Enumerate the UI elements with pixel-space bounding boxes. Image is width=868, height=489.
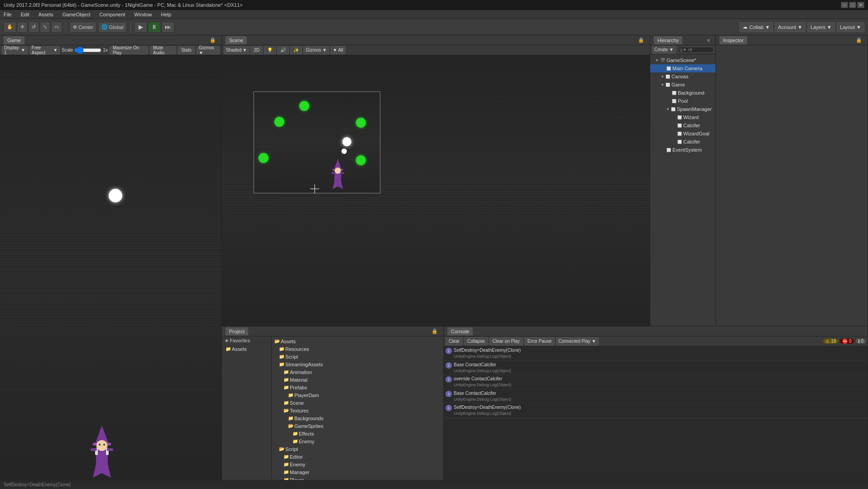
rect-tool[interactable]: ▭	[51, 22, 62, 33]
clear-on-play-button[interactable]: Clear on Play	[489, 337, 523, 345]
tree-item-0[interactable]: 📂 Assets	[272, 337, 443, 345]
display-dropdown[interactable]: Display 1 ▼	[2, 46, 28, 54]
shaded-dropdown[interactable]: Shaded ▼	[224, 46, 249, 54]
collapse-button[interactable]: Collapse	[464, 337, 488, 345]
minimize-button[interactable]: ─	[841, 2, 848, 8]
hierarchy-item-canvas[interactable]: ▼⬜ Canvas	[650, 72, 715, 81]
pause-button[interactable]: ⏸	[148, 22, 161, 33]
tree-item-3[interactable]: 📁 StreamingAssets	[272, 360, 443, 368]
scene-lock-button[interactable]: 🔒	[636, 36, 646, 44]
menu-help[interactable]: Help	[159, 11, 173, 18]
tree-item-14[interactable]: 📂 Script	[272, 445, 443, 453]
tree-item-4[interactable]: 📁 Animation	[272, 368, 443, 376]
menu-assets[interactable]: Assets	[37, 11, 55, 18]
global-button[interactable]: 🌐 Global	[98, 22, 127, 33]
tree-item-1[interactable]: 📁 Resources	[272, 345, 443, 353]
scene-audio-button[interactable]: 🔊	[277, 46, 289, 54]
mute-audio[interactable]: Mute Audio	[150, 46, 176, 54]
inspector-lock-btn[interactable]: 🔒	[854, 36, 864, 44]
hierarchy-item-background[interactable]: ⬜ Background	[650, 89, 715, 97]
hierarchy-item-eventsystem[interactable]: ⬜ EventSystem	[650, 146, 715, 154]
favorites-assets-item[interactable]: 📁 Assets	[222, 345, 271, 353]
tree-item-17[interactable]: 📁 Manager	[272, 468, 443, 476]
hierarchy-item-game[interactable]: ▼⬜ Game	[650, 81, 715, 89]
tree-item-16[interactable]: 📁 Enemy	[272, 460, 443, 468]
console-row-icon: i	[446, 405, 452, 411]
scale-tool[interactable]: ⤡	[40, 22, 50, 33]
console-row-0[interactable]: iSelfDestroy=DeathEnemy(Clone)UnityEngin…	[444, 346, 868, 361]
console-main-text: SelfDestroy=DeathEnemy(Clone)	[454, 347, 866, 354]
tree-item-label: Textures	[290, 408, 309, 413]
clear-button[interactable]: Clear	[446, 337, 463, 345]
hierarchy-item-wizardgoal[interactable]: ⬜ WizardGoal	[650, 129, 715, 138]
project-lock-btn[interactable]: 🔒	[430, 327, 440, 335]
tree-item-9[interactable]: 📂 Textures	[272, 407, 443, 414]
tree-item-13[interactable]: 📁 Enemy	[272, 437, 443, 445]
aspect-dropdown[interactable]: Free Aspect ▼	[29, 46, 60, 54]
maximize-on-play[interactable]: Maximize On Play	[110, 46, 148, 54]
menu-component[interactable]: Component	[97, 11, 127, 18]
game-gizmos-dropdown[interactable]: Gizmos ▼	[197, 46, 220, 54]
svg-point-6	[103, 444, 105, 446]
2d-button[interactable]: 2D	[250, 46, 263, 54]
project-tab[interactable]: Project	[225, 327, 248, 336]
hierarchy-create-dropdown[interactable]: Create ▼	[652, 46, 676, 54]
tree-item-8[interactable]: 📁 Scene	[272, 399, 443, 407]
tree-item-10[interactable]: 📁 Backgrounds	[272, 414, 443, 422]
step-button[interactable]: ⏭	[162, 22, 174, 33]
game-tab[interactable]: Game	[4, 36, 24, 44]
hierarchy-item-main-camera[interactable]: ⬜ Main Camera	[650, 64, 715, 72]
console-row-3[interactable]: iBase ContactCalciferUnityEngine.Debug:L…	[444, 389, 868, 404]
console-main-text: Base ContactCalcifer	[454, 390, 866, 397]
hierarchy-item-wizard[interactable]: ⬜ Wizard	[650, 113, 715, 121]
collab-dropdown[interactable]: ☁ Collab ▼	[739, 22, 773, 32]
scene-gizmos-dropdown[interactable]: Gizmos ▼	[303, 46, 329, 54]
console-row-4[interactable]: iSelfDestroy=DeathEnemy(Clone)UnityEngin…	[444, 403, 868, 417]
folder-icon: 📁	[293, 439, 298, 444]
hierarchy-item-label: GameScene*	[667, 58, 696, 63]
connected-play-dropdown[interactable]: Connected Play ▼	[556, 337, 598, 345]
tree-item-2[interactable]: 📁 Script	[272, 353, 443, 360]
tree-item-7[interactable]: 📁 PlayerDam	[272, 391, 443, 399]
menu-gameobject[interactable]: GameObject	[61, 11, 92, 18]
console-row-1[interactable]: iBase ContactCalciferUnityEngine.Debug:L…	[444, 361, 868, 375]
tree-item-6[interactable]: 📁 Prefabs	[272, 384, 443, 391]
hierarchy-item-pool[interactable]: ⬜ Pool	[650, 97, 715, 105]
all-layers-dropdown[interactable]: ▼ All	[331, 46, 345, 54]
center-button[interactable]: ⊕ Center	[70, 22, 96, 33]
hierarchy-search[interactable]: Q▼ All	[678, 47, 714, 53]
layers-dropdown[interactable]: Layers ▼	[807, 22, 835, 32]
close-button[interactable]: ✕	[857, 2, 864, 8]
scene-tab[interactable]: Scene	[225, 36, 247, 44]
hand-tool[interactable]: ✋	[4, 22, 16, 33]
hierarchy-lock-btn[interactable]: ≡	[705, 37, 712, 44]
rotate-tool[interactable]: ↺	[29, 22, 39, 33]
console-row-2[interactable]: ioverride ContactCalciferUnityEngine.Deb…	[444, 375, 868, 389]
menu-window[interactable]: Window	[132, 11, 153, 18]
scene-fx-button[interactable]: ✨	[290, 46, 302, 54]
menu-edit[interactable]: Edit	[19, 11, 31, 18]
stats-button[interactable]: Stats	[178, 46, 195, 54]
menu-file[interactable]: File	[2, 11, 14, 18]
tree-item-12[interactable]: 📁 Effects	[272, 430, 443, 437]
tree-item-15[interactable]: 📁 Editor	[272, 453, 443, 460]
error-pause-button[interactable]: Error Pause	[524, 337, 555, 345]
hierarchy-tab[interactable]: Hierarchy	[654, 36, 682, 44]
account-dropdown[interactable]: Account ▼	[775, 22, 806, 32]
hierarchy-item-gamescene[interactable]: ▼🎬 GameScene*	[650, 56, 715, 64]
tree-item-11[interactable]: 📂 GameSprites	[272, 422, 443, 430]
hierarchy-item-spawnmanager[interactable]: ▼⬜ SpawnManager	[650, 105, 715, 113]
layout-dropdown[interactable]: Layout ▼	[837, 22, 864, 32]
move-tool[interactable]: ✛	[17, 22, 28, 33]
hierarchy-item-calcifer2[interactable]: ⬜ Calcifer	[650, 138, 715, 146]
scale-slider[interactable]	[74, 47, 101, 54]
inspector-tab[interactable]: Inspector	[719, 36, 747, 44]
green-ball-4	[259, 153, 269, 163]
game-lock-button[interactable]: 🔒	[208, 36, 218, 44]
hierarchy-item-calcifer[interactable]: ⬜ Calcifer	[650, 121, 715, 129]
tree-item-5[interactable]: 📁 Material	[272, 376, 443, 384]
scene-light-button[interactable]: 💡	[264, 46, 276, 54]
play-button[interactable]: ▶	[134, 22, 147, 33]
maximize-button[interactable]: □	[849, 2, 856, 8]
console-tab[interactable]: Console	[447, 327, 473, 336]
